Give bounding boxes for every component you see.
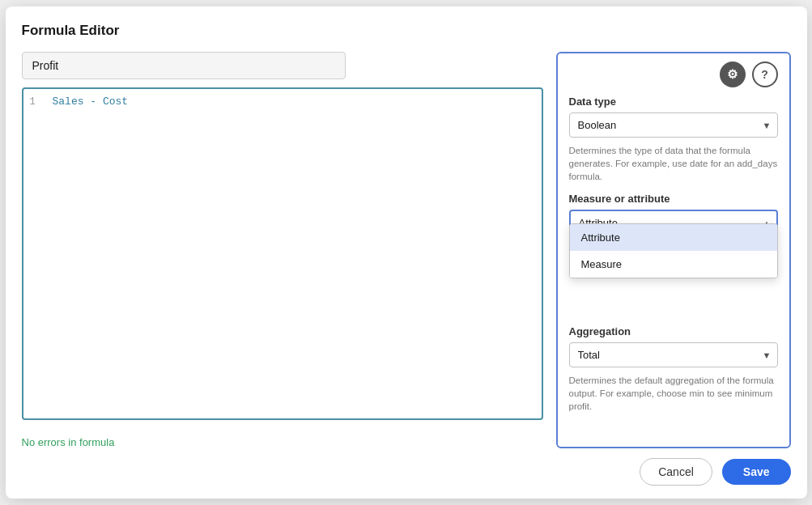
data-type-helper: Determines the type of data that the for… (569, 144, 778, 183)
code-line: 1 Sales - Cost (23, 95, 542, 108)
formula-editor-dialog: Formula Editor 1 Sales - Cost No errors … (6, 6, 807, 499)
dialog-body: 1 Sales - Cost No errors in formula ⚙ ? … (22, 52, 791, 448)
option-attribute-label: Attribute (581, 231, 620, 244)
gear-button[interactable]: ⚙ (720, 62, 746, 87)
code-editor[interactable]: 1 Sales - Cost (22, 87, 543, 420)
right-panel: ⚙ ? Data type Boolean ▼ Determines the t… (556, 52, 791, 448)
code-content: Sales - Cost (53, 95, 129, 108)
aggregation-helper: Determines the default aggregation of th… (569, 374, 778, 413)
measure-attribute-label: Measure or attribute (569, 193, 778, 205)
help-icon: ? (761, 68, 768, 81)
line-number: 1 (30, 96, 53, 108)
option-measure-label: Measure (581, 258, 623, 270)
data-type-label: Data type (569, 95, 778, 108)
aggregation-wrapper: Total ▼ (569, 342, 778, 367)
dropdown-option-measure[interactable]: Measure (570, 251, 777, 278)
aggregation-select[interactable]: Total (569, 342, 778, 367)
status-bar: No errors in formula (22, 436, 543, 448)
dialog-footer: Cancel Save (22, 448, 791, 486)
data-type-wrapper: Boolean ▼ (569, 112, 778, 138)
aggregation-label: Aggregation (569, 325, 778, 337)
data-type-select[interactable]: Boolean (569, 112, 778, 138)
save-button[interactable]: Save (722, 459, 791, 485)
help-button[interactable]: ? (752, 62, 778, 87)
left-panel: 1 Sales - Cost No errors in formula (22, 52, 543, 448)
formula-name-input[interactable] (22, 52, 346, 79)
right-panel-content: Data type Boolean ▼ Determines the type … (558, 92, 789, 447)
right-panel-header: ⚙ ? (558, 53, 789, 92)
dropdown-option-attribute[interactable]: Attribute (570, 224, 777, 251)
dialog-title: Formula Editor (22, 23, 791, 39)
gear-icon: ⚙ (727, 67, 738, 82)
cancel-button[interactable]: Cancel (640, 458, 712, 486)
measure-attribute-dropdown: Attribute Measure (569, 223, 778, 278)
